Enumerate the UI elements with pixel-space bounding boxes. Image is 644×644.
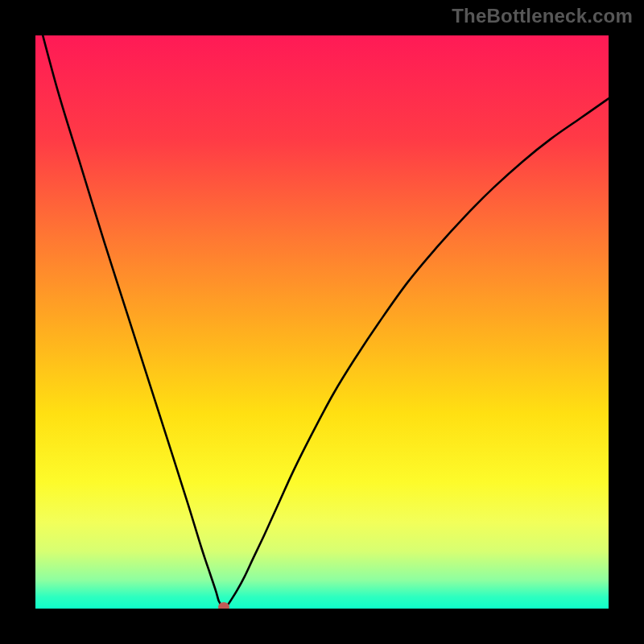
curve-line: [35, 35, 609, 609]
chart-frame: TheBottleneck.com: [0, 0, 644, 644]
plot-area: [35, 35, 609, 609]
minimum-marker: [218, 602, 229, 609]
watermark-text: TheBottleneck.com: [452, 5, 633, 27]
